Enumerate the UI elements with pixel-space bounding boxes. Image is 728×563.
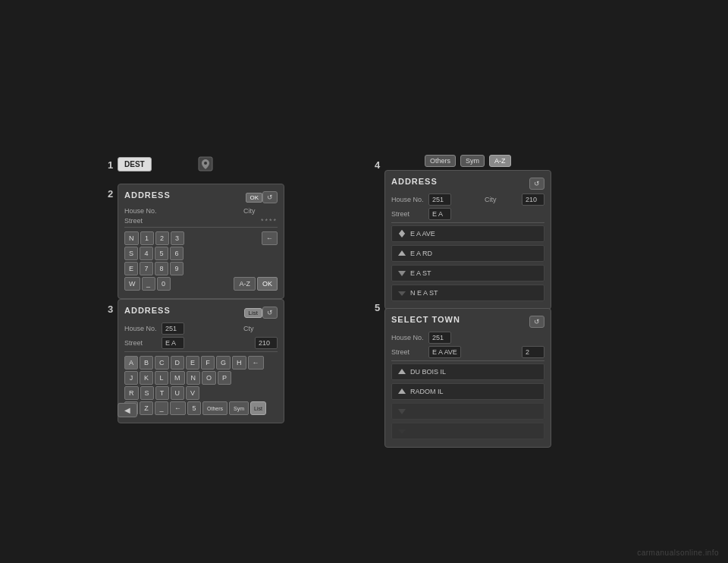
az-button[interactable]: A-Z xyxy=(489,155,511,167)
key-E3[interactable]: E xyxy=(186,356,199,370)
key-1[interactable]: 1 xyxy=(140,231,154,245)
step4-list-text-2: E A ST xyxy=(410,269,539,277)
svg-point-1 xyxy=(204,162,207,165)
page-background: 1 DEST 2 ADDRESS ↺ OK House No. City Str… xyxy=(0,0,728,563)
step2-ok-top[interactable]: OK xyxy=(246,193,262,203)
step5-panel: SELECT TOWN ↺ House No. 251 Street E A A… xyxy=(384,308,551,448)
step2-label: 2 xyxy=(108,188,113,200)
step3-list-top[interactable]: List xyxy=(244,308,262,318)
arrow-up-icon-s1 xyxy=(397,386,407,397)
step4-houseno-label: House No. xyxy=(391,196,425,203)
step4-list-item-2[interactable]: E A ST xyxy=(391,265,544,282)
key-B3[interactable]: B xyxy=(140,356,153,370)
key-F3[interactable]: F xyxy=(201,356,215,370)
step4-list-item-3[interactable]: N E A ST xyxy=(391,285,544,301)
step4-label: 4 xyxy=(375,159,380,171)
step2-street-label: Street xyxy=(124,217,158,225)
step4-list-text-1: E A RD xyxy=(410,250,539,257)
step5-list-item-0[interactable]: DU BOIS IL xyxy=(391,363,544,380)
key-N3[interactable]: N xyxy=(187,371,201,385)
step2-back-button[interactable]: ↺ xyxy=(262,191,278,203)
step3-panel-title: ADDRESS xyxy=(124,306,171,315)
key-az1[interactable]: A-Z xyxy=(234,277,256,291)
key-2[interactable]: 2 xyxy=(155,231,169,245)
key-5[interactable]: 5 xyxy=(155,247,168,260)
key-P3[interactable]: P xyxy=(218,371,231,385)
step4-list: E A AVE E A RD E A ST N E A ST xyxy=(391,225,544,303)
key-U3[interactable]: U xyxy=(171,386,185,400)
key-0[interactable]: 0 xyxy=(157,277,171,291)
back-arrow-button[interactable]: ◀ xyxy=(118,403,137,417)
svg-marker-3 xyxy=(399,230,405,234)
svg-marker-7 xyxy=(398,291,406,296)
step5-list: DU BOIS IL RADOM IL xyxy=(391,363,544,441)
key-ok1[interactable]: OK xyxy=(257,277,278,291)
step3-city-label: Cty xyxy=(243,325,278,332)
key-G3[interactable]: G xyxy=(216,356,231,370)
key-S[interactable]: S xyxy=(124,247,138,260)
step3-back-button[interactable]: ↺ xyxy=(262,307,278,319)
step5-list-text-1: RADOM IL xyxy=(410,388,539,395)
step5-list-item-3 xyxy=(391,423,544,439)
key-J3[interactable]: J xyxy=(124,371,138,385)
step5-back-button[interactable]: ↺ xyxy=(529,316,544,328)
key-T3[interactable]: T xyxy=(155,386,169,400)
key-A3[interactable]: A xyxy=(124,356,138,370)
key-E[interactable]: E xyxy=(124,262,138,275)
svg-marker-10 xyxy=(398,409,406,414)
key-space1[interactable]: _ xyxy=(142,277,155,291)
svg-marker-6 xyxy=(398,271,406,276)
key-9[interactable]: 9 xyxy=(170,262,184,275)
step3-houseno-label: House No. xyxy=(124,325,158,332)
key-W[interactable]: W xyxy=(124,277,140,291)
step3-city-value: 210 xyxy=(255,337,278,349)
svg-marker-11 xyxy=(398,429,406,434)
key-sp3[interactable]: _ xyxy=(155,401,168,415)
step4-back-button[interactable]: ↺ xyxy=(529,178,544,190)
arrow-down-icon-s2 xyxy=(397,406,407,417)
arrow-updown-icon-0 xyxy=(397,228,407,239)
key-6[interactable]: 6 xyxy=(170,247,184,260)
key-backspace1[interactable]: ← xyxy=(262,231,278,245)
key-M3[interactable]: M xyxy=(170,371,185,385)
step2-panel: ADDRESS ↺ OK House No. City Street **** … xyxy=(118,184,284,299)
step3-keyboard: A B C D E F G H ← J K L M N O P R S xyxy=(124,356,278,415)
key-bs3b[interactable]: ← xyxy=(170,401,186,415)
arrow-down-icon-s3 xyxy=(397,426,407,436)
step5-list-item-1[interactable]: RADOM IL xyxy=(391,383,544,400)
dest-button[interactable]: DEST xyxy=(118,157,152,171)
key-D3[interactable]: D xyxy=(171,356,185,370)
key-R3[interactable]: R xyxy=(124,386,139,400)
key-H3[interactable]: H xyxy=(232,356,246,370)
key-C3[interactable]: C xyxy=(155,356,169,370)
step5-houseno-label: House No. xyxy=(391,334,425,341)
key-7[interactable]: 7 xyxy=(140,262,153,275)
key-list3[interactable]: List xyxy=(250,401,266,415)
sym-button[interactable]: Sym xyxy=(460,155,485,167)
arrow-down-icon-2 xyxy=(397,268,407,278)
key-L3[interactable]: L xyxy=(155,371,168,385)
others-button[interactable]: Others xyxy=(425,155,456,167)
key-Z3[interactable]: Z xyxy=(140,401,153,415)
key-S3[interactable]: S xyxy=(140,386,154,400)
step3-panel: ADDRESS ↺ List House No. 251 Cty Street … xyxy=(118,299,284,423)
key-V3[interactable]: V xyxy=(186,386,199,400)
key-8[interactable]: 8 xyxy=(155,262,168,275)
step4-list-item-0[interactable]: E A AVE xyxy=(391,225,544,242)
key-O3[interactable]: O xyxy=(202,371,216,385)
key-sym3[interactable]: Sym xyxy=(229,401,249,415)
key-K3[interactable]: K xyxy=(140,371,153,385)
step5-street-num: 2 xyxy=(522,346,544,358)
key-others3[interactable]: Others xyxy=(202,401,228,415)
key-N[interactable]: N xyxy=(124,231,139,245)
key-5-3[interactable]: 5 xyxy=(187,401,201,415)
step4-list-item-1[interactable]: E A RD xyxy=(391,245,544,262)
key-bs3[interactable]: ← xyxy=(248,356,264,370)
nav-icon xyxy=(197,156,214,172)
step2-city-label: City xyxy=(243,207,278,215)
step5-houseno-value: 251 xyxy=(428,332,451,344)
key-3[interactable]: 3 xyxy=(171,231,184,245)
svg-marker-5 xyxy=(398,250,406,256)
key-4[interactable]: 4 xyxy=(140,247,153,260)
step3-label: 3 xyxy=(108,304,113,315)
